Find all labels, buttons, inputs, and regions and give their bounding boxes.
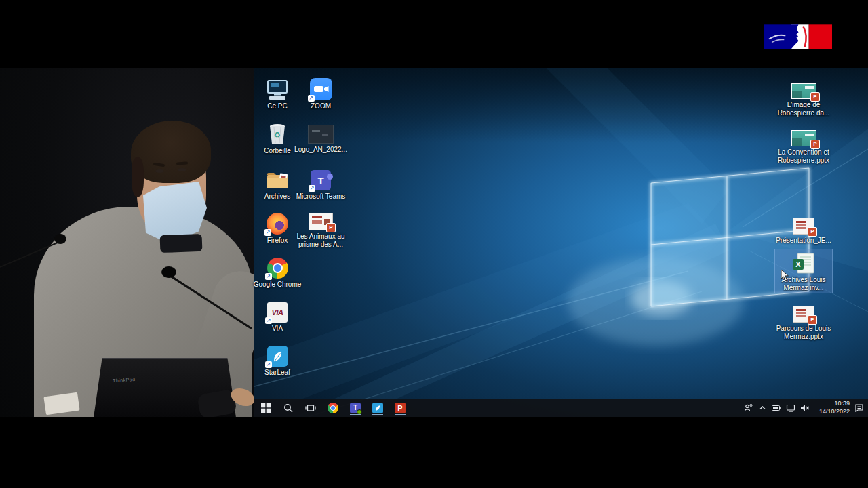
powerpoint-doc-icon: P [309,213,333,230]
shortcut-arrow-icon: ↗ [265,317,272,324]
icon-label: Parcours de Louis Mermaz.pptx [776,325,831,340]
desktop-icon-logo-an[interactable]: Logo_AN_2022... [295,122,347,155]
desktop-icon-zoom[interactable]: ↗ ZOOM [295,75,347,112]
icon-label: StarLeaf [264,369,290,377]
icon-label: Firefox [267,237,288,245]
shortcut-arrow-icon: ↗ [265,361,272,368]
icon-label: Corbeille [264,147,290,155]
task-view-button[interactable] [304,401,317,415]
speaker-hair-side [132,157,144,197]
icon-label: Google Chrome [254,281,302,289]
icon-label: Ce PC [267,102,287,110]
icon-label: La Convention et Robespierre.pptx [776,148,831,164]
taskbar-chrome-button[interactable] [327,401,339,415]
powerpoint-badge-icon: P [326,223,336,232]
taskbar-powerpoint-button[interactable]: P [394,401,406,415]
clock-date: 14/10/2022 [814,408,850,415]
starleaf-icon [372,403,383,413]
windows-start-icon [261,403,271,413]
desktop-icon-google-chrome[interactable]: ↗ Google Chrome [252,253,303,290]
chrome-icon [328,403,338,413]
icon-label: Les Animaux au prisme des A... [296,232,346,248]
start-button[interactable] [260,401,272,415]
powerpoint-doc-icon: P [793,218,814,235]
icon-label: Archives [264,192,290,201]
taskbar-teams-button[interactable]: T [349,401,361,415]
desktop-icon-presentation-je[interactable]: P Présentation_JE... [775,214,832,246]
desktop-icon-parcours-de-louis-mermaz[interactable]: P Parcours de Louis Mermaz.pptx [775,302,832,342]
pptx-thumbnail-icon: P [791,83,816,99]
powerpoint-badge-icon: P [810,92,820,102]
icon-label: Présentation_JE... [776,237,831,245]
powerpoint-doc-icon: P [793,306,814,323]
speaker-camera-view: ThinkPad [0,68,254,417]
mouse-cursor [781,269,789,281]
desktop-icon-la-convention[interactable]: P La Convention et Robespierre.pptx [775,126,832,165]
desktop-icon-starleaf[interactable]: ↗ StarLeaf [252,341,303,378]
action-center-icon[interactable] [854,402,864,414]
image-file-icon [308,125,334,144]
video-frame: ThinkPad [0,0,868,488]
icon-label: Microsoft Teams [296,192,346,201]
battery-icon[interactable] [772,402,781,414]
excel-file-icon: X [792,253,815,274]
search-icon [283,403,293,413]
shortcut-arrow-icon: ↗ [308,95,315,102]
computer-icon [265,80,290,100]
desktop-icon-limage-de-robespierre[interactable]: P L'image de Robespierre da... [775,79,832,118]
system-tray: 10:39 14/10/2022 [743,400,868,415]
running-app-indicator [350,414,361,415]
taskbar: T P [254,399,868,417]
icon-label: ZOOM [311,102,331,110]
recycle-glyph: ♻ [274,131,281,139]
chevron-up-icon[interactable] [757,402,767,414]
task-view-icon [305,403,316,413]
shortcut-arrow-icon: ↗ [264,229,271,236]
search-button[interactable] [282,401,294,415]
taskbar-clock[interactable]: 10:39 14/10/2022 [814,400,850,415]
windows-desktop: Ce PC ♻ Corbeille Archives ↗ Firefox [254,68,868,417]
icon-label: VIA [272,325,283,333]
microphone-icon [54,234,66,244]
microphone-icon [161,266,176,278]
teams-icon: T [350,403,361,413]
shirt-collar [160,234,203,253]
taskbar-starleaf-button[interactable] [372,401,384,415]
running-app-indicator [395,414,406,415]
powerpoint-badge-icon: P [810,140,820,149]
volume-muted-icon[interactable] [800,402,810,414]
icon-label: L'image de Robespierre da... [776,101,831,117]
people-icon[interactable] [743,402,753,414]
pptx-thumbnail-icon: P [791,130,816,146]
desktop-icon-microsoft-teams[interactable]: T ↗ Microsoft Teams [295,165,347,202]
speaker-eye [155,169,164,173]
taskbar-app-area: T P [254,401,406,415]
powerpoint-icon: P [395,403,406,413]
laptop-brand-label: ThinkPad [113,377,136,383]
french-government-logo [764,24,832,49]
powerpoint-badge-icon: P [808,227,817,237]
desktop-icon-via[interactable]: VIA ↗ VIA [252,297,303,334]
shortcut-arrow-icon: ↗ [265,273,272,280]
folder-icon [265,171,290,190]
speaker-eye [178,168,186,171]
excel-glyph: X [795,260,801,268]
shortcut-arrow-icon: ↗ [309,185,315,192]
network-icon[interactable] [786,402,795,414]
icon-label: Logo_AN_2022... [294,146,347,154]
recycle-bin-icon: ♻ [267,123,288,145]
powerpoint-badge-icon: P [808,315,817,325]
clock-time: 10:39 [814,400,850,407]
desktop-icon-les-animaux[interactable]: P Les Animaux au prisme des A... [295,209,347,249]
marianne-flag-icon [764,24,832,49]
running-app-indicator [372,414,383,415]
